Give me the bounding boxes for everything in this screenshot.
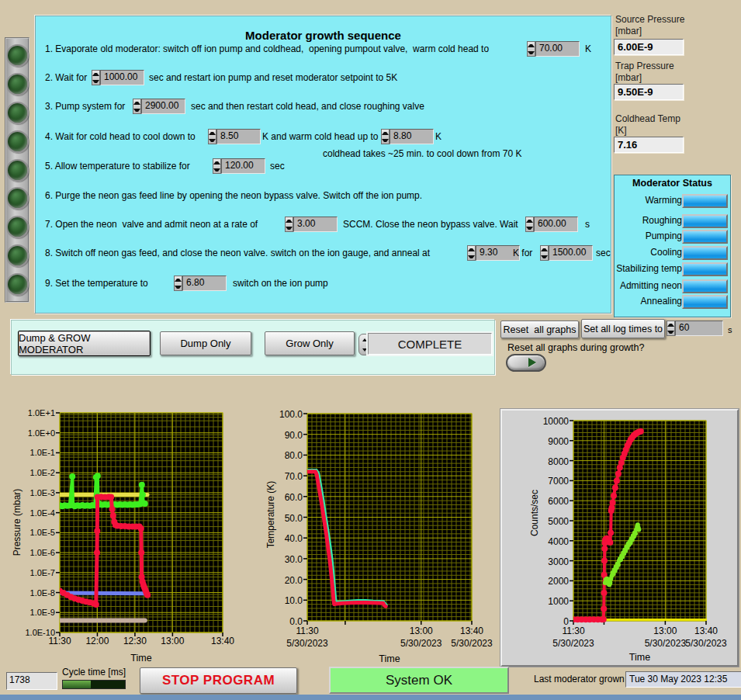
counts-y-tick: 4000 — [528, 536, 569, 547]
spinner[interactable] — [527, 41, 535, 57]
spinner[interactable] — [208, 129, 216, 144]
spinner[interactable] — [213, 158, 221, 174]
status-led — [6, 187, 29, 210]
sequence-step-4: 4. Wait for cold head to cool down to8.5… — [36, 129, 611, 146]
log-time-unit: s — [728, 325, 732, 334]
step-4-field-2[interactable]: 8.80 — [381, 129, 434, 144]
cycle-time-progress-fill — [63, 681, 91, 688]
readout-source-pressure-value: 6.00E-9 — [614, 39, 684, 55]
readout-source-pressure-label: Source Pressure[mbar] — [615, 14, 684, 37]
step-text: 9. Set the temperature to — [45, 278, 148, 289]
spinner[interactable] — [92, 70, 100, 85]
counts-x-tick-date: 5/30/2023 — [546, 638, 601, 649]
step-6-field-1[interactable]: 120.00 — [213, 158, 265, 174]
log-time-input[interactable]: 60 — [667, 321, 723, 336]
status-label-roughing: Roughing — [642, 215, 682, 226]
step-1-field-1[interactable]: 70.00 — [527, 41, 580, 57]
pressure-y-tick: 1.0E-3 — [15, 488, 55, 497]
step-6-field-1-value[interactable]: 120.00 — [221, 158, 265, 174]
spinner[interactable] — [540, 245, 549, 261]
sequence-step-6: 6. Purge the neon gas feed line by openi… — [36, 188, 611, 205]
readout-coldhead-temp-label: Coldhead Temp[K] — [615, 113, 680, 137]
step-9-field-2[interactable]: 1500.00 — [540, 245, 593, 261]
pressure-series-trap-pump — [60, 593, 147, 594]
step-9-field-2-value[interactable]: 1500.00 — [549, 245, 593, 261]
temperature-y-tick: 100.0 — [262, 409, 303, 420]
step-9-field-1[interactable]: 9.30 — [467, 245, 520, 261]
pressure-y-tick: 1.0E-2 — [15, 468, 55, 477]
step-8-field-1[interactable]: 3.00 — [285, 217, 338, 232]
step-4-field-1[interactable]: 8.50 — [208, 129, 261, 144]
spinner[interactable] — [667, 321, 675, 336]
cycle-time-progressbar — [62, 680, 126, 689]
status-led — [6, 73, 29, 95]
status-bar-pumping — [682, 230, 728, 244]
temperature-y-tick: 70.0 — [262, 471, 303, 482]
temperature-x-tick: 13:40 — [446, 625, 497, 636]
spinner[interactable] — [525, 217, 534, 232]
step-4-field-1-value[interactable]: 8.50 — [216, 129, 261, 144]
log-time-value[interactable]: 60 — [675, 321, 723, 336]
reset-during-growth-label: Reset all graphs during growth? — [507, 342, 645, 353]
main-window: Moderator growth sequence 1. Evaporate o… — [0, 0, 741, 700]
reset-all-graphs-button[interactable]: Reset all graphs — [500, 321, 579, 338]
counts-x-tick-date: 5/30/2023 — [679, 638, 733, 649]
pressure-plot-area — [55, 413, 223, 638]
pressure-x-tick: 13:40 — [197, 636, 248, 646]
grow-only-button[interactable]: Grow Only — [265, 331, 355, 355]
bottom-strip — [0, 695, 741, 700]
status-bar-stabilizing-temp — [682, 262, 728, 276]
step-10-field-1[interactable]: 6.80 — [174, 275, 227, 291]
status-led — [6, 273, 29, 296]
dump-only-button[interactable]: Dump Only — [160, 331, 251, 355]
set-log-times-button[interactable]: Set all log times to — [581, 319, 665, 338]
sequence-state-display: COMPLETE — [368, 333, 492, 355]
pressure-y-tick: 1.0E-7 — [15, 568, 55, 577]
sequence-step-7: 7. Open the neon valve and admit neon at… — [36, 217, 611, 234]
last-grown-value: Tue 30 May 2023 12:35 — [625, 671, 741, 688]
spin-down-icon[interactable] — [362, 348, 367, 352]
step-8-field-2[interactable]: 600.00 — [525, 217, 578, 232]
status-bar-cooling — [682, 246, 728, 260]
step-4-field-2-value[interactable]: 8.80 — [390, 129, 434, 144]
spinner[interactable] — [133, 99, 141, 114]
pressure-y-tick: 1.0E-5 — [15, 528, 55, 537]
spinner[interactable] — [381, 129, 390, 144]
step-2-field-1[interactable]: 1000.00 — [92, 70, 144, 85]
step-text: 3. Pump system for — [45, 101, 125, 112]
step-text: K — [435, 131, 441, 142]
spinner[interactable] — [285, 217, 293, 232]
moderator-status-title: Moderator Status — [615, 178, 730, 189]
stop-program-button[interactable]: STOP PROGRAM — [140, 667, 297, 694]
pressure-y-tick: 1.0E-6 — [15, 548, 55, 557]
counts-y-tick: 9000 — [528, 436, 569, 447]
play-arrow-icon — [528, 358, 536, 367]
status-led — [6, 216, 29, 238]
status-label-annealing: Annealing — [641, 296, 682, 307]
pressure-x-axis-label: Time — [118, 653, 164, 664]
moderator-status-panel: Moderator Status WarmingRoughingPumpingC… — [614, 175, 731, 317]
last-grown-label: Last moderator grown — [534, 674, 625, 684]
spin-up-icon[interactable] — [362, 338, 367, 341]
step-3-field-1-value[interactable]: 2900.00 — [141, 99, 185, 114]
step-8-field-2-value[interactable]: 600.00 — [534, 217, 578, 232]
step-2-field-1-value[interactable]: 1000.00 — [100, 70, 144, 85]
step-3-field-1[interactable]: 2900.00 — [133, 99, 185, 114]
spinner[interactable] — [174, 275, 182, 291]
pressure-x-tick: 13:00 — [147, 636, 198, 646]
step-8-field-1-value[interactable]: 3.00 — [293, 217, 338, 232]
dump-and-grow-button[interactable]: Dump & GROW MODERATOR — [18, 331, 151, 356]
reset-during-growth-toggle[interactable] — [506, 354, 546, 372]
spinner[interactable] — [467, 245, 476, 261]
pressure-graph: Pressure (mbar)1.0E+11.0E+01.0E-11.0E-21… — [6, 407, 258, 672]
counts-y-tick: 2000 — [528, 576, 569, 587]
sequence-panel: Moderator growth sequence 1. Evaporate o… — [35, 16, 611, 314]
step-10-field-1-value[interactable]: 6.80 — [182, 275, 227, 291]
pressure-y-tick: 1.0E-1 — [15, 448, 55, 457]
temperature-y-tick: 10.0 — [262, 595, 303, 606]
counts-y-tick: 6000 — [528, 496, 569, 507]
temperature-graph: Temperature (K)100.090.080.070.060.050.0… — [261, 407, 495, 672]
counts-y-tick: 10000 — [528, 416, 569, 427]
step-text: 7. Open the neon valve and admit neon at… — [45, 219, 258, 230]
step-1-field-1-value[interactable]: 70.00 — [535, 41, 580, 57]
